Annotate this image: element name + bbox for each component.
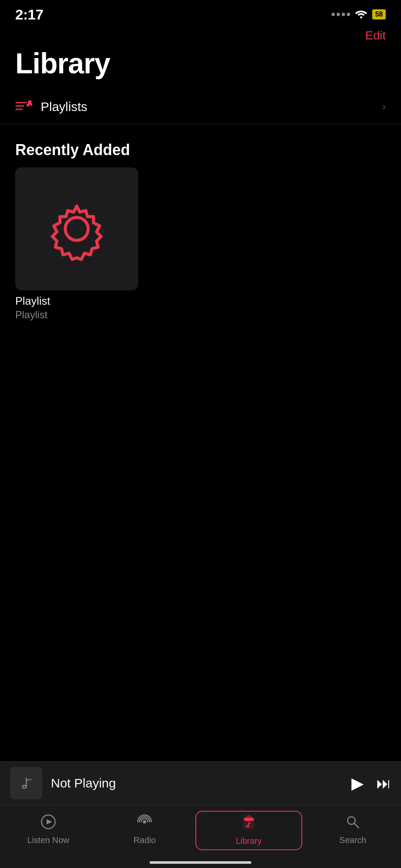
mini-player[interactable]: Not Playing ▶ ⏭ <box>0 761 401 805</box>
search-icon <box>345 814 360 833</box>
wifi-icon <box>354 8 368 21</box>
status-bar: 2:17 58 <box>0 0 401 25</box>
battery-indicator: 58 <box>372 9 386 19</box>
mini-play-button[interactable]: ▶ <box>351 774 364 793</box>
album-subtitle: Playlist <box>15 309 138 321</box>
svg-point-4 <box>27 104 30 107</box>
svg-rect-10 <box>244 818 254 821</box>
svg-marker-7 <box>47 819 52 824</box>
playlist-icon <box>15 99 32 114</box>
album-title: Playlist <box>15 295 138 308</box>
tab-bar: Listen Now Radio <box>0 805 401 868</box>
tab-search[interactable]: Search <box>305 812 401 848</box>
tab-radio-label: Radio <box>134 835 156 845</box>
home-indicator <box>150 861 251 864</box>
header-area: Edit <box>0 25 401 42</box>
svg-point-8 <box>143 820 146 823</box>
listen-now-icon <box>41 814 56 833</box>
mini-player-info: Not Playing <box>51 776 351 790</box>
chevron-right-icon: › <box>382 101 386 113</box>
album-artwork <box>15 167 138 290</box>
radio-icon <box>137 814 152 833</box>
library-item-playlists[interactable]: Playlists › <box>0 90 401 124</box>
library-list: Playlists › <box>0 90 401 124</box>
library-icon <box>241 815 256 834</box>
recently-added-grid: Playlist Playlist <box>0 167 401 321</box>
edit-button[interactable]: Edit <box>365 29 386 42</box>
mini-player-artwork <box>10 767 42 799</box>
tab-listen-now-label: Listen Now <box>27 835 69 845</box>
svg-line-15 <box>354 823 359 828</box>
album-card[interactable]: Playlist Playlist <box>15 167 138 321</box>
tab-radio[interactable]: Radio <box>97 812 193 848</box>
mini-player-controls: ▶ ⏭ <box>351 774 391 793</box>
tab-library-label: Library <box>236 836 262 846</box>
mini-skip-button[interactable]: ⏭ <box>376 775 391 792</box>
tab-search-label: Search <box>340 835 366 845</box>
mini-player-title: Not Playing <box>51 776 351 790</box>
playlists-label: Playlists <box>41 100 382 114</box>
svg-point-0 <box>360 17 362 19</box>
recently-added-title: Recently Added <box>0 124 401 167</box>
signal-icon <box>331 13 350 16</box>
page-title: Library <box>0 42 401 80</box>
tab-library[interactable]: Library <box>196 812 301 849</box>
status-time: 2:17 <box>15 6 43 23</box>
status-icons: 58 <box>331 8 386 21</box>
tab-listen-now[interactable]: Listen Now <box>0 812 97 848</box>
